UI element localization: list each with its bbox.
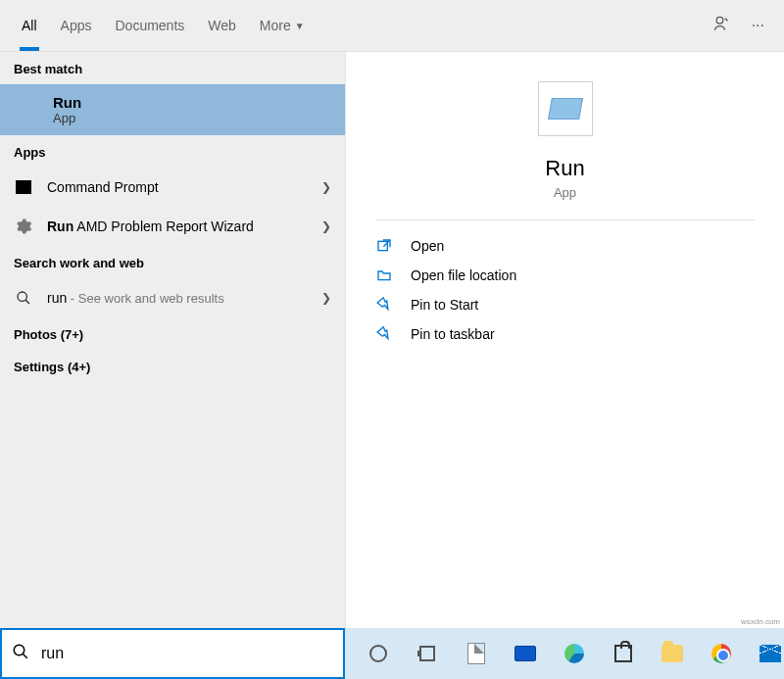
watermark: wsxdn.com xyxy=(741,617,780,626)
gear-icon xyxy=(14,217,33,236)
search-input[interactable] xyxy=(41,645,333,662)
result-web-run[interactable]: run - See work and web results ❯ xyxy=(0,278,345,317)
preview-title: Run xyxy=(545,156,584,181)
search-filter-tabs: All Apps Documents Web More▼ ··· xyxy=(0,0,784,52)
section-best-match: Best match xyxy=(0,52,345,84)
cortana-icon[interactable] xyxy=(365,640,392,667)
file-explorer-icon[interactable] xyxy=(659,640,686,667)
chrome-icon[interactable] xyxy=(708,640,735,667)
pin-taskbar-icon xyxy=(375,326,393,342)
open-icon xyxy=(375,238,393,254)
action-pin-to-taskbar[interactable]: Pin to taskbar xyxy=(375,326,755,342)
action-open-file-location[interactable]: Open file location xyxy=(375,267,755,283)
more-options-icon[interactable]: ··· xyxy=(752,17,764,34)
chevron-right-icon: ❯ xyxy=(321,291,331,305)
edge-icon[interactable] xyxy=(561,640,588,667)
libreoffice-icon[interactable] xyxy=(463,640,490,667)
search-icon xyxy=(12,643,29,664)
preview-subtitle: App xyxy=(554,185,576,200)
tab-documents[interactable]: Documents xyxy=(103,0,196,51)
section-search-work-web: Search work and web xyxy=(0,246,345,278)
svg-point-0 xyxy=(716,17,723,24)
svg-line-2 xyxy=(25,300,29,304)
monitor-app-icon[interactable] xyxy=(512,640,539,667)
svg-rect-3 xyxy=(378,241,387,250)
preview-panel: Run App Open Open file location Pin to xyxy=(345,52,784,628)
result-run-amd-wizard[interactable]: Run AMD Problem Report Wizard ❯ xyxy=(0,207,345,246)
best-match-subtitle: App xyxy=(53,111,331,125)
search-box[interactable] xyxy=(0,628,345,679)
feedback-icon[interactable] xyxy=(712,14,732,37)
action-open[interactable]: Open xyxy=(375,238,755,254)
section-photos[interactable]: Photos (7+) xyxy=(0,317,345,350)
taskbar xyxy=(345,628,784,679)
folder-icon xyxy=(375,267,393,283)
best-match-title: Run xyxy=(53,94,331,111)
results-panel: Best match ▭ Run App Apps Command Prompt… xyxy=(0,52,345,628)
command-prompt-icon xyxy=(14,177,33,197)
tab-apps[interactable]: Apps xyxy=(49,0,104,51)
svg-point-4 xyxy=(14,645,24,655)
tab-web[interactable]: Web xyxy=(196,0,248,51)
store-icon[interactable] xyxy=(610,640,637,667)
chevron-down-icon: ▼ xyxy=(295,21,305,31)
chevron-right-icon: ❯ xyxy=(321,180,331,194)
mail-icon[interactable] xyxy=(757,640,784,667)
section-settings[interactable]: Settings (4+) xyxy=(0,350,345,382)
svg-point-1 xyxy=(18,292,26,301)
action-pin-to-start[interactable]: Pin to Start xyxy=(375,297,755,313)
result-command-prompt[interactable]: Command Prompt ❯ xyxy=(0,168,345,207)
svg-line-5 xyxy=(23,654,27,658)
section-apps: Apps xyxy=(0,135,345,168)
tab-all[interactable]: All xyxy=(10,0,49,51)
task-view-icon[interactable] xyxy=(414,640,441,667)
tab-more[interactable]: More▼ xyxy=(248,0,317,51)
search-icon xyxy=(14,288,33,308)
chevron-right-icon: ❯ xyxy=(321,219,331,233)
run-large-icon xyxy=(538,81,593,136)
pin-start-icon xyxy=(375,297,393,313)
result-best-match-run[interactable]: ▭ Run App xyxy=(0,84,345,135)
